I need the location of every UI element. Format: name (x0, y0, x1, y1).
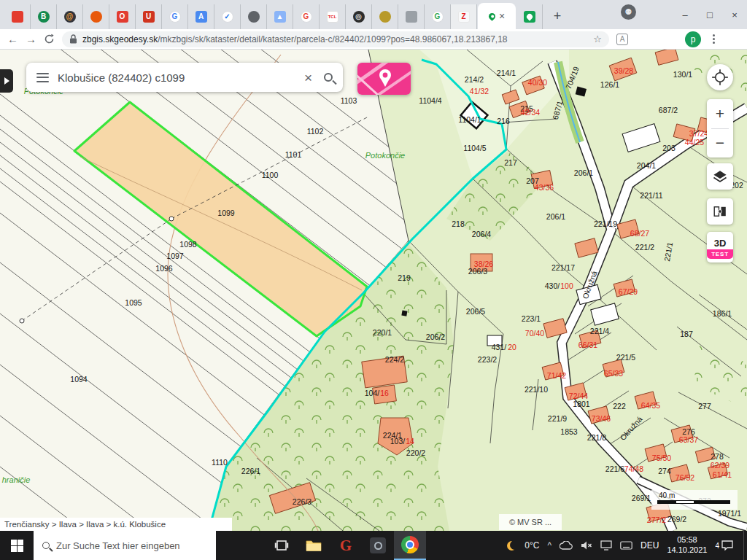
tab-tcl[interactable]: TCL (320, 4, 346, 29)
minimize-button[interactable]: – (673, 0, 697, 29)
tab-bing[interactable]: B (31, 4, 57, 29)
profile-avatar[interactable]: p (685, 31, 701, 47)
map-label: 38/26 (474, 260, 493, 268)
url-field[interactable]: zbgis.skgeodesy.sk/mkzbgis/sk/kataster/d… (62, 31, 609, 47)
system-tray: 0°C ^ DEU 05:58 14.10.2021 4 (507, 531, 743, 560)
map-label: 76/52 (676, 473, 694, 482)
search-icon[interactable] (324, 73, 333, 82)
reload-icon[interactable] (44, 34, 55, 44)
tab-red-o[interactable]: O (109, 4, 136, 29)
basemap-switcher[interactable] (357, 63, 411, 95)
map-label: 274 (658, 467, 671, 475)
map-label: 43/36 (535, 183, 554, 192)
tab-red-u[interactable]: U (136, 4, 162, 29)
map-label: 75/50 (652, 454, 671, 462)
back-button[interactable]: ← (7, 34, 18, 44)
map-label: 67/29 (619, 287, 638, 296)
clear-search-icon[interactable]: × (304, 71, 312, 85)
map-label: 206/2 (426, 332, 445, 341)
taskbar-search-input[interactable]: Zur Suche Text hier eingeben (34, 531, 216, 560)
breadcrumb[interactable]: Trenčiansky > Ilava > Ilava > k.ú. Klobu… (0, 518, 232, 531)
bookmark-star-icon[interactable]: ☆ (593, 34, 602, 44)
maximize-button[interactable]: □ (697, 0, 722, 29)
weather-moon-icon[interactable] (507, 541, 516, 551)
tab-docs-check[interactable]: ✓ (214, 4, 241, 29)
map-label: 221/4 (590, 327, 609, 335)
map-label: 431/ (492, 343, 507, 351)
layers-button[interactable] (707, 163, 733, 190)
favicon-red-o: O (117, 11, 128, 23)
favicon-google-1: G (169, 11, 181, 23)
close-button[interactable]: × (722, 0, 747, 29)
forward-button[interactable]: → (26, 34, 36, 44)
display-icon[interactable] (600, 540, 612, 551)
translate-icon[interactable]: A (616, 34, 628, 45)
map-label: 61/41 (713, 470, 732, 479)
map-label: Potokončie (365, 151, 405, 160)
task-view-button[interactable] (266, 531, 298, 560)
taskbar-clock[interactable]: 05:58 14.10.2021 (667, 535, 707, 556)
chrome-app-button[interactable] (394, 531, 426, 560)
tab-orange-app[interactable] (83, 4, 109, 29)
map-canvas[interactable]: 1103110211011100109910981097109610951094… (0, 50, 747, 531)
favicon-orange-app (90, 11, 102, 23)
favicon-app-red (12, 11, 23, 23)
tab-zbgis-second[interactable] (516, 4, 543, 29)
tab-photos[interactable]: ▲ (267, 4, 293, 29)
tab-wheel[interactable]: ◎ (346, 4, 372, 29)
tab-google-2[interactable]: G (293, 4, 320, 29)
action-center-button[interactable]: 4 (715, 540, 738, 551)
clock-time: 05:58 (677, 535, 697, 545)
map-label: 269/2 (667, 515, 686, 524)
map-label: 126/1 (600, 80, 619, 89)
tab-active-zbgis[interactable]: × (478, 3, 516, 29)
keyboard-language[interactable]: DEU (640, 540, 659, 551)
map-label: 206/5 (466, 307, 485, 316)
task-view-icon (274, 538, 289, 553)
folder-icon (306, 539, 322, 552)
tab-google-1[interactable]: G (162, 4, 188, 29)
cloud-icon[interactable] (560, 541, 573, 550)
show-desktop-button[interactable] (743, 531, 747, 560)
tab-zbgis-z[interactable]: Z (451, 4, 477, 29)
map-label: 226/3 (293, 497, 311, 506)
keyboard-icon[interactable] (620, 541, 632, 550)
menu-hamburger-icon[interactable] (36, 73, 49, 82)
window-controls: – □ × (673, 0, 747, 29)
map-label: 73/46 (592, 414, 611, 423)
screenshot-app-button[interactable] (362, 531, 394, 560)
tab-mail-at[interactable]: @ (57, 4, 83, 29)
volume-icon[interactable] (581, 540, 592, 551)
gimp-app-button[interactable]: G (330, 531, 362, 560)
new-tab-button[interactable]: + (547, 6, 568, 26)
split-view-button[interactable] (707, 198, 733, 225)
weather-temperature[interactable]: 0°C (525, 540, 539, 551)
zoom-in-button[interactable]: + (707, 100, 733, 128)
favicon-cart (406, 11, 417, 23)
search-query-text[interactable]: Klobušice (824402) c1099 (58, 71, 295, 84)
map-label: 1801 (573, 400, 590, 408)
scale-segments (657, 500, 730, 504)
3d-view-button[interactable]: 3D TEST (707, 232, 733, 262)
start-button[interactable] (0, 531, 34, 560)
tab-translate[interactable]: A (188, 4, 214, 29)
tab-app-red[interactable] (4, 4, 31, 29)
zoom-control: + − (707, 99, 733, 158)
map-label: 221/8 (587, 433, 606, 442)
tab-gray-app[interactable] (241, 4, 267, 29)
map-label: 221/9 (548, 414, 567, 423)
tab-cart[interactable] (398, 4, 425, 29)
panel-expand-button[interactable] (0, 69, 13, 93)
tab-olive-app[interactable] (372, 4, 398, 29)
locate-me-button[interactable] (707, 64, 733, 90)
tray-expand-caret[interactable]: ^ (547, 540, 551, 551)
map-label: 71/42 (547, 371, 566, 380)
map-label: 206/1 (574, 168, 593, 177)
favicon-google-2: G (301, 11, 312, 23)
titlebar-profile-icon[interactable]: ⚉ (621, 4, 636, 20)
menu-kebab-icon[interactable] (708, 34, 719, 44)
zoom-out-button[interactable]: − (707, 129, 733, 158)
tab-close-icon[interactable]: × (499, 11, 505, 21)
file-explorer-button[interactable] (298, 531, 330, 560)
tab-google-3[interactable]: G (425, 4, 451, 29)
